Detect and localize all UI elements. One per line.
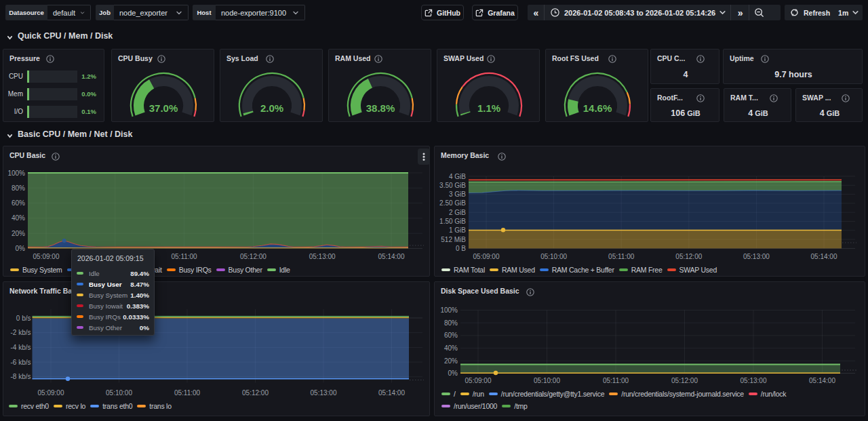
svg-text:05:10:00: 05:10:00	[540, 253, 567, 260]
svg-text:05:11:00: 05:11:00	[172, 253, 198, 260]
svg-text:1.1%: 1.1%	[477, 102, 500, 114]
svg-text:60%: 60%	[12, 199, 25, 207]
svg-text:-6 kb/s: -6 kb/s	[10, 359, 31, 366]
svg-text:05:13:00: 05:13:00	[743, 253, 770, 260]
svg-text:05:11:00: 05:11:00	[174, 389, 201, 397]
svg-text:60%: 60%	[444, 332, 458, 339]
svg-text:2.0%: 2.0%	[260, 102, 283, 114]
svg-text:0 b/s: 0 b/s	[16, 315, 31, 322]
svg-text:0 B: 0 B	[456, 245, 466, 252]
svg-text:05:14:00: 05:14:00	[378, 253, 405, 260]
svg-text:05:13:00: 05:13:00	[741, 377, 767, 384]
svg-text:05:14:00: 05:14:00	[811, 253, 837, 260]
svg-text:100%: 100%	[7, 169, 25, 177]
svg-text:14.6%: 14.6%	[583, 102, 612, 114]
svg-text:05:09:00: 05:09:00	[465, 377, 492, 384]
svg-text:05:13:00: 05:13:00	[309, 253, 336, 260]
svg-text:4 GiB: 4 GiB	[449, 173, 466, 180]
svg-text:1 GiB: 1 GiB	[449, 226, 466, 234]
svg-text:05:10:00: 05:10:00	[106, 389, 132, 397]
svg-text:20%: 20%	[444, 357, 458, 365]
svg-text:05:11:00: 05:11:00	[608, 253, 635, 260]
svg-text:05:13:00: 05:13:00	[311, 389, 337, 397]
svg-text:2 GiB: 2 GiB	[449, 209, 466, 216]
svg-text:05:12:00: 05:12:00	[242, 389, 269, 397]
svg-text:40%: 40%	[12, 214, 25, 222]
svg-text:05:09:00: 05:09:00	[38, 389, 64, 397]
svg-text:05:12:00: 05:12:00	[240, 253, 267, 260]
svg-text:37.0%: 37.0%	[149, 102, 178, 114]
svg-text:0%: 0%	[16, 245, 26, 252]
svg-text:40%: 40%	[444, 344, 458, 352]
svg-text:-8 kb/s: -8 kb/s	[10, 373, 31, 380]
svg-text:1.50 GiB: 1.50 GiB	[439, 218, 466, 225]
svg-text:0%: 0%	[448, 369, 458, 377]
svg-text:2.50 GiB: 2.50 GiB	[439, 199, 466, 207]
svg-text:-2 kb/s: -2 kb/s	[10, 329, 31, 336]
svg-text:05:12:00: 05:12:00	[675, 253, 702, 260]
svg-text:05:14:00: 05:14:00	[378, 389, 405, 397]
svg-text:80%: 80%	[12, 184, 25, 192]
svg-text:05:14:00: 05:14:00	[809, 377, 835, 384]
svg-text:05:09:00: 05:09:00	[473, 253, 500, 260]
svg-text:3.50 GiB: 3.50 GiB	[439, 182, 466, 189]
svg-text:38.8%: 38.8%	[366, 102, 395, 114]
svg-text:512 MiB: 512 MiB	[441, 236, 466, 243]
svg-text:05:10:00: 05:10:00	[534, 377, 560, 384]
svg-text:-4 kb/s: -4 kb/s	[10, 344, 31, 351]
svg-text:100%: 100%	[440, 306, 458, 314]
svg-text:20%: 20%	[12, 230, 25, 237]
svg-text:05:12:00: 05:12:00	[671, 377, 698, 384]
svg-text:05:11:00: 05:11:00	[603, 377, 629, 384]
svg-text:3 GiB: 3 GiB	[449, 191, 466, 198]
svg-text:80%: 80%	[444, 319, 458, 327]
svg-text:05:09:00: 05:09:00	[33, 253, 60, 260]
